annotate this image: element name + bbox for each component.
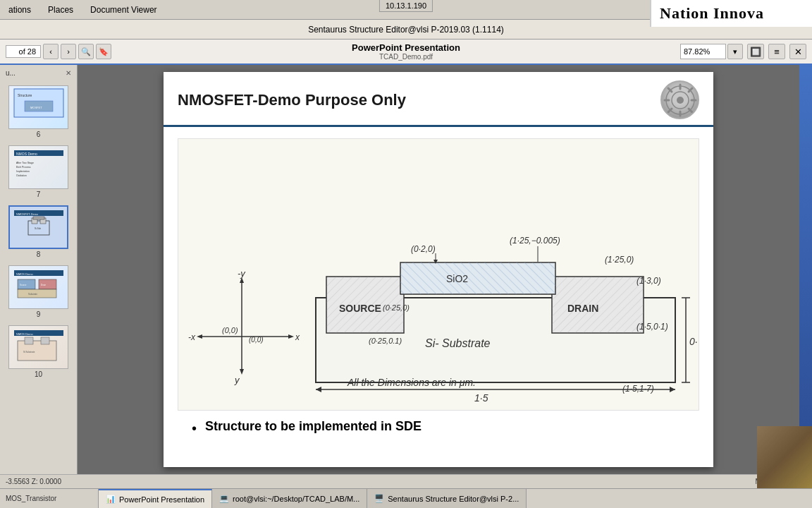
- taskbar-app-label: MOS_Transistor: [0, 489, 99, 508]
- svg-marker-49: [197, 334, 202, 339]
- menu-ations[interactable]: ations: [6, 4, 34, 16]
- nation-header: Nation Innova: [650, 0, 812, 27]
- svg-text:(0·25,0): (0·25,0): [383, 303, 410, 312]
- taskbar-item-terminal[interactable]: 💻 root@vlsi:~/Desktop/TCAD_LAB/M...: [212, 489, 367, 508]
- svg-text:Substrate: Substrate: [28, 293, 37, 296]
- svg-text:Structure: Structure: [18, 93, 32, 97]
- svg-text:(1·25,−0.005): (1·25,−0.005): [510, 236, 560, 246]
- toolbar-right: ▾ 🔲 ≡ ✕: [680, 44, 806, 59]
- toolbar-title-block: PowerPoint Presentation TCAD_Demo.pdf: [352, 42, 460, 61]
- svg-text:NMOS Demo: NMOS Demo: [16, 272, 34, 276]
- svg-text:-x: -x: [188, 332, 196, 342]
- search-button[interactable]: 🔍: [78, 44, 94, 59]
- svg-text:1·5: 1·5: [474, 392, 488, 404]
- taskbar-terminal-label: root@vlsi:~/Desktop/TCAD_LAB/M...: [233, 495, 359, 503]
- svg-text:(0·25,0.1): (0·25,0.1): [369, 337, 402, 345]
- diagram-area: -y y -x x: [178, 138, 699, 411]
- network-badge: 10.13.1.190: [379, 0, 433, 12]
- thumbnail-10[interactable]: NMOS Demo Si Substrate 10: [3, 324, 74, 380]
- slide-container: NMOSFET-Demo Purpose Only: [164, 72, 713, 467]
- taskbar-item-sentaurus[interactable]: 🖥️ Sentaurus Structure Editor@vlsi P-2..…: [367, 489, 527, 508]
- thumbnail-9[interactable]: NMOS Demo Source Drain Substrate 9: [3, 264, 74, 320]
- toolbar-close-button[interactable]: ✕: [789, 44, 806, 59]
- svg-text:All the Dimensions are in μm.: All the Dimensions are in μm.: [347, 377, 476, 388]
- svg-text:x: x: [295, 332, 300, 342]
- svg-text:MOSFET: MOSFET: [30, 106, 42, 109]
- right-panel: [799, 65, 812, 488]
- svg-text:Etch Process: Etch Process: [16, 166, 31, 169]
- thumb-frame-9: NMOS Demo Source Drain Substrate: [8, 265, 68, 309]
- bottom-right-panel: [757, 426, 812, 488]
- sidebar-header: u... ✕: [3, 68, 74, 78]
- sidebar-close-button[interactable]: ✕: [66, 69, 71, 77]
- svg-marker-85: [670, 387, 675, 392]
- status-bar: -3.5563 Z: 0.0000 MOS_Transistor: [0, 474, 812, 488]
- bookmark-button[interactable]: 🔖: [96, 44, 111, 59]
- next-page-button[interactable]: ›: [61, 44, 76, 59]
- slide-logo: [660, 80, 699, 119]
- bullet-section: • Structure to be implemented in SDE: [178, 411, 699, 446]
- svg-text:NMOS Demo: NMOS Demo: [16, 332, 34, 336]
- sentaurus-icon: 🖥️: [374, 494, 384, 504]
- page-num-9: 9: [37, 310, 41, 318]
- svg-text:Si Substrate: Si Substrate: [23, 351, 35, 353]
- svg-text:(1·5,0·1): (1·5,0·1): [636, 322, 668, 332]
- view-options-button[interactable]: 🔲: [747, 44, 764, 59]
- prev-page-button[interactable]: ‹: [43, 44, 59, 59]
- svg-text:(1·3,0): (1·3,0): [636, 276, 661, 286]
- status-coordinates: -3.5563 Z: 0.0000: [6, 478, 61, 485]
- svg-text:(0,0): (0,0): [222, 326, 238, 334]
- svg-text:Si-Sub: Si-Sub: [35, 227, 41, 230]
- svg-text:NMOS Demo: NMOS Demo: [16, 152, 37, 156]
- thumbnail-8[interactable]: NMOSFET-Demo Si-Sub 8: [3, 204, 74, 260]
- slide-title: NMOSFET-Demo Purpose Only: [178, 91, 406, 109]
- menu-places[interactable]: Places: [45, 4, 76, 16]
- svg-text:Drain: Drain: [41, 284, 47, 286]
- svg-text:(1·5,1·7): (1·5,1·7): [622, 384, 654, 394]
- page-info: of 28: [6, 45, 41, 58]
- svg-text:Oxidation: Oxidation: [16, 174, 27, 177]
- svg-text:DRAIN: DRAIN: [567, 303, 598, 314]
- svg-text:(0·2,0): (0·2,0): [411, 244, 436, 254]
- slide-header: NMOSFET-Demo Purpose Only: [164, 72, 713, 127]
- page-num-6: 6: [37, 131, 41, 138]
- svg-marker-84: [316, 387, 321, 392]
- thumb-frame-10: NMOS Demo Si Substrate: [8, 325, 68, 369]
- svg-text:0·7: 0·7: [689, 336, 699, 347]
- bullet-dot: •: [192, 419, 197, 437]
- page-num-10: 10: [35, 370, 42, 378]
- svg-rect-28: [25, 337, 33, 344]
- taskbar-item-presentation[interactable]: 📊 PowerPoint Presentation: [99, 489, 212, 508]
- taskbar-sentaurus-label: Sentaurus Structure Editor@vlsi P-2...: [388, 495, 519, 503]
- svg-rect-29: [41, 337, 49, 344]
- svg-text:Source: Source: [20, 284, 27, 286]
- page-num-7: 7: [37, 190, 41, 198]
- svg-text:y: y: [234, 375, 240, 385]
- doc-toolbar: of 28 ‹ › 🔍 🔖 PowerPoint Presentation TC…: [0, 40, 812, 65]
- presentation-icon: 📊: [106, 495, 116, 504]
- thumbnail-7[interactable]: NMOS Demo After Two Stage Etch Process I…: [3, 144, 74, 200]
- thumbnail-sidebar: u... ✕ Structure MOSFET 6: [0, 65, 78, 488]
- toolbar-subtitle: TCAD_Demo.pdf: [352, 53, 460, 61]
- thumb-frame-7: NMOS Demo After Two Stage Etch Process I…: [8, 145, 68, 189]
- taskbar-presentation-label: PowerPoint Presentation: [119, 495, 204, 504]
- zoom-dropdown-button[interactable]: ▾: [727, 44, 743, 59]
- toolbar-title-main: PowerPoint Presentation: [352, 42, 460, 53]
- svg-text:Implantation: Implantation: [16, 170, 30, 173]
- zoom-input[interactable]: [680, 44, 726, 59]
- menu-button[interactable]: ≡: [768, 44, 785, 59]
- page-nav: of 28 ‹ › 🔍 🔖: [6, 44, 111, 59]
- main-area: u... ✕ Structure MOSFET 6: [0, 65, 812, 488]
- svg-text:SOURCE: SOURCE: [339, 303, 381, 314]
- svg-marker-46: [240, 369, 244, 375]
- svg-text:-y: -y: [238, 268, 246, 279]
- svg-text:(0,0): (0,0): [249, 336, 264, 344]
- svg-text:After Two Stage: After Two Stage: [16, 162, 34, 164]
- svg-rect-66: [400, 262, 555, 294]
- thumbnail-6[interactable]: Structure MOSFET 6: [3, 84, 74, 140]
- menu-docviewer[interactable]: Document Viewer: [87, 4, 160, 16]
- svg-text:SiO2: SiO2: [446, 273, 468, 284]
- bullet-text: Structure to be implemented in SDE: [205, 419, 422, 434]
- page-num-8: 8: [37, 250, 41, 258]
- svg-text:Si- Substrate: Si- Substrate: [425, 337, 491, 349]
